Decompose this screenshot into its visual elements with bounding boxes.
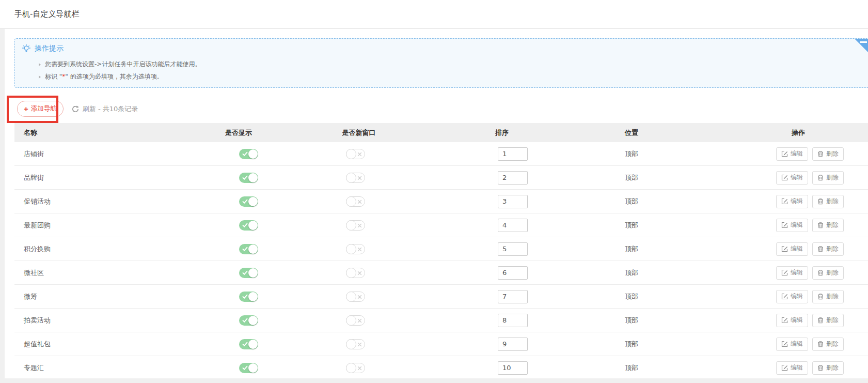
position-label: 顶部 [582, 316, 681, 325]
toggle-knob [346, 315, 356, 326]
sort-input[interactable] [498, 314, 528, 327]
tips-header: 操作提示 [22, 44, 64, 53]
edit-button[interactable]: 编辑 [776, 219, 808, 232]
delete-button[interactable]: 删除 [812, 266, 844, 280]
bullet-triangle-icon [39, 63, 41, 66]
trash-icon [817, 150, 824, 157]
edit-pencil-icon [781, 341, 788, 347]
sort-input[interactable] [498, 338, 528, 351]
table-row: 最新团购 顶部 编辑 [14, 213, 868, 237]
refresh-control[interactable]: 刷新 - 共10条记录 [72, 104, 138, 114]
bullet-triangle-icon [39, 75, 41, 79]
toggle-knob [346, 244, 356, 254]
new-window-toggle[interactable] [346, 292, 365, 302]
nav-name: 微筹 [14, 292, 195, 301]
sort-input[interactable] [498, 171, 528, 185]
edit-button[interactable]: 编辑 [776, 242, 808, 256]
edit-button[interactable]: 编辑 [776, 290, 808, 303]
delete-button[interactable]: 删除 [812, 219, 844, 232]
sort-input[interactable] [498, 242, 528, 256]
trash-icon [817, 293, 824, 300]
sort-input[interactable] [498, 266, 528, 280]
table-row: 拍卖活动 顶部 编辑 [14, 309, 868, 332]
toggle-knob [248, 173, 258, 182]
delete-button[interactable]: 删除 [812, 290, 844, 303]
x-icon [357, 247, 362, 252]
sort-input[interactable] [498, 361, 528, 375]
new-window-toggle[interactable] [346, 149, 365, 159]
new-window-toggle[interactable] [346, 173, 365, 183]
table-header-row: 名称 是否显示 是否新窗口 排序 位置 操作 [14, 123, 868, 142]
visible-toggle[interactable] [239, 220, 258, 231]
trash-icon [817, 174, 824, 181]
position-label: 顶部 [582, 149, 681, 159]
tip-item: 您需要到系统设置->计划任务中开启该功能后才能使用。 [39, 60, 201, 69]
position-label: 顶部 [582, 173, 681, 182]
tip-item: 标识 "*" 的选项为必填项，其余为选填项。 [39, 72, 163, 81]
table-row: 专题汇 顶部 编辑 [14, 356, 868, 378]
sort-input[interactable] [498, 195, 528, 208]
new-window-toggle[interactable] [346, 363, 365, 373]
edit-button[interactable]: 编辑 [776, 171, 808, 185]
tips-panel: 操作提示 您需要到系统设置->计划任务中开启该功能后才能使用。 标识 "*" 的… [14, 38, 868, 88]
x-icon [357, 342, 362, 347]
visible-toggle[interactable] [239, 315, 258, 326]
new-window-toggle[interactable] [346, 315, 365, 326]
edit-button[interactable]: 编辑 [776, 338, 808, 351]
sort-input[interactable] [498, 219, 528, 232]
delete-button[interactable]: 删除 [812, 242, 844, 256]
delete-button[interactable]: 删除 [812, 171, 844, 185]
delete-button[interactable]: 删除 [812, 338, 844, 351]
tip-text: 标识 "*" 的选项为必填项，其余为选填项。 [45, 72, 163, 81]
visible-toggle[interactable] [239, 363, 258, 373]
col-header-actions: 操作 [681, 128, 868, 137]
edit-label: 编辑 [791, 173, 803, 182]
toggle-knob [248, 363, 258, 373]
visible-toggle[interactable] [239, 292, 258, 302]
toggle-knob [346, 173, 356, 183]
visible-toggle[interactable] [239, 268, 258, 278]
toggle-knob [248, 292, 258, 301]
delete-button[interactable]: 删除 [812, 314, 844, 327]
new-window-toggle[interactable] [346, 244, 365, 254]
edit-button[interactable]: 编辑 [776, 195, 808, 208]
toggle-knob [346, 220, 356, 231]
check-icon [242, 318, 248, 323]
new-window-toggle[interactable] [346, 268, 365, 278]
new-window-toggle[interactable] [346, 339, 365, 349]
edit-button[interactable]: 编辑 [776, 266, 808, 280]
nav-name: 微社区 [14, 268, 195, 278]
x-icon [357, 366, 362, 371]
edit-button[interactable]: 编辑 [776, 147, 808, 161]
toggle-knob [346, 149, 356, 159]
visible-toggle[interactable] [239, 339, 258, 349]
toggle-knob [346, 339, 356, 349]
tip-text: 您需要到系统设置->计划任务中开启该功能后才能使用。 [45, 60, 201, 69]
position-label: 顶部 [582, 221, 681, 230]
delete-button[interactable]: 删除 [812, 147, 844, 161]
table-row: 微筹 顶部 编辑 [14, 285, 868, 309]
col-header-sort: 排序 [495, 128, 509, 137]
sort-input[interactable] [498, 147, 528, 161]
plus-icon: + [24, 105, 28, 113]
visible-toggle[interactable] [239, 149, 258, 159]
position-label: 顶部 [582, 268, 681, 278]
edit-button[interactable]: 编辑 [776, 314, 808, 327]
delete-button[interactable]: 删除 [812, 195, 844, 208]
position-label: 顶部 [582, 197, 681, 206]
edit-button[interactable]: 编辑 [776, 361, 808, 375]
table-body: 店铺街 顶部 编辑 [14, 142, 868, 378]
visible-toggle[interactable] [239, 196, 258, 207]
sort-input[interactable] [498, 290, 528, 303]
add-nav-button[interactable]: + 添加导航 [17, 101, 64, 117]
new-window-toggle[interactable] [346, 220, 365, 231]
tips-title: 操作提示 [35, 44, 64, 53]
visible-toggle[interactable] [239, 173, 258, 183]
delete-button[interactable]: 删除 [812, 361, 844, 375]
x-icon [357, 200, 362, 204]
nav-name: 拍卖活动 [14, 316, 195, 325]
edit-pencil-icon [781, 198, 788, 205]
visible-toggle[interactable] [239, 244, 258, 254]
new-window-toggle[interactable] [346, 196, 365, 207]
edit-pencil-icon [781, 150, 788, 157]
